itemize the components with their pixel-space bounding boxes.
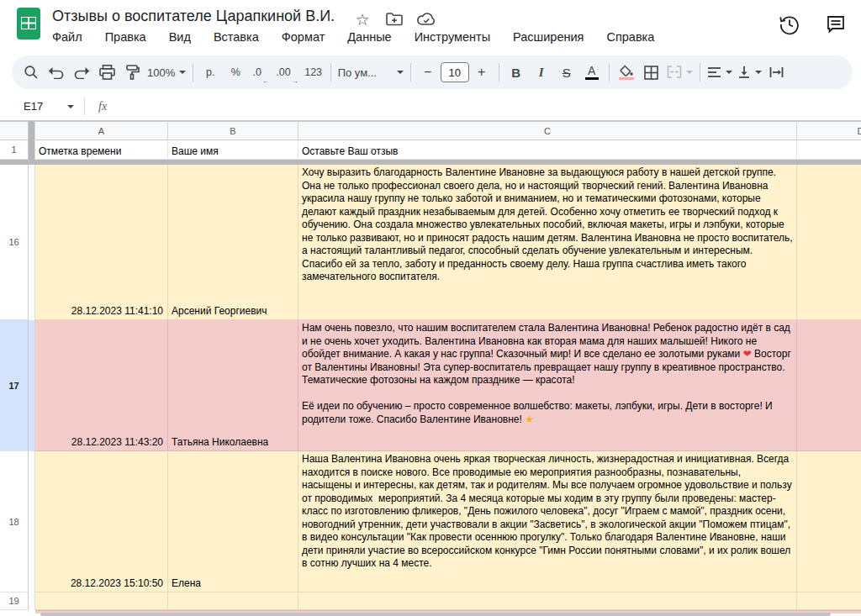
percent-format-button[interactable]: % (223, 60, 248, 85)
font-size-input[interactable] (441, 62, 469, 82)
row-header-17[interactable]: 17 (0, 320, 29, 451)
star-icon[interactable]: ☆ (353, 10, 372, 29)
column-header-a[interactable]: A (35, 121, 168, 140)
table-row: 17 28.12.2023 11:43:20 Татьяна Николаевн… (0, 320, 861, 451)
menu-help[interactable]: Справка (606, 30, 654, 44)
topbar: Отзывы о воспитателе Царапкиной В.И. ☆ Ф… (0, 0, 861, 50)
cell-a18[interactable]: 28.12.2023 15:10:50 (35, 451, 168, 592)
menu-extensions[interactable]: Расширения (513, 30, 584, 44)
column-header-b[interactable]: B (168, 121, 298, 140)
currency-format-button[interactable]: р. (198, 60, 223, 85)
column-header-row: A B C D (0, 121, 861, 140)
column-header-c[interactable]: C (298, 121, 797, 140)
paint-format-icon[interactable] (119, 60, 145, 85)
cell-c17[interactable]: Нам очень повезло, что нашим воспитателе… (298, 320, 797, 451)
table-row: 19 (0, 592, 861, 610)
decrease-font-size-button[interactable]: − (415, 60, 441, 85)
formula-bar: E17 fx (0, 92, 861, 121)
font-select[interactable]: По ум... (335, 60, 406, 85)
more-formats-button[interactable]: 123 (301, 60, 326, 85)
fill-color-button[interactable] (614, 60, 639, 85)
cell-d17[interactable] (797, 320, 861, 451)
increase-decimal-button[interactable]: .00→ (273, 60, 300, 85)
cell-b19[interactable] (168, 592, 298, 610)
zoom-select[interactable]: 100% (145, 60, 188, 85)
search-icon[interactable] (18, 60, 44, 85)
vertical-align-button[interactable] (735, 60, 764, 85)
version-history-icon[interactable] (779, 13, 800, 35)
borders-button[interactable] (639, 60, 664, 85)
row-header-19[interactable]: 19 (0, 592, 29, 610)
cloud-status-icon[interactable] (417, 10, 436, 29)
merge-cells-button (664, 60, 695, 85)
toolbar: 100% р. % .0← .00→ 123 По ум... − + B I … (12, 55, 853, 89)
column-header-d[interactable]: D (797, 121, 861, 140)
cell-d1[interactable] (797, 140, 861, 160)
menu-format[interactable]: Формат (282, 30, 325, 44)
frozen-pane-divider (29, 121, 35, 140)
comments-icon[interactable] (826, 14, 846, 34)
strikethrough-button[interactable]: S (554, 60, 579, 85)
name-box[interactable]: E17 (0, 100, 84, 113)
bold-button[interactable]: B (504, 60, 529, 85)
cell-d16[interactable] (797, 165, 861, 320)
text-wrap-button[interactable] (764, 60, 790, 85)
header-data-row: 1 Отметка времени Ваше имя Оставьте Ваш … (0, 140, 861, 160)
move-to-folder-icon[interactable] (385, 10, 404, 29)
menu-data[interactable]: Данные (347, 30, 391, 44)
cell-d19[interactable] (797, 592, 861, 610)
cell-c19[interactable] (298, 592, 797, 610)
cell-a19[interactable] (35, 592, 168, 610)
menu-bar: Файл Правка Вид Вставка Формат Данные Ин… (52, 30, 654, 44)
cell-b16[interactable]: Арсений Георгиевич (168, 165, 298, 320)
table-row: 18 28.12.2023 15:10:50 Елена Наша Валент… (0, 451, 861, 592)
cell-c1[interactable]: Оставьте Ваш отзыв (298, 140, 797, 160)
spreadsheet-app: Отзывы о воспитателе Царапкиной В.И. ☆ Ф… (0, 0, 861, 616)
cell-c16[interactable]: Хочу выразить благодарность Валентине Ив… (298, 165, 797, 320)
row-header-18[interactable]: 18 (0, 451, 29, 592)
undo-icon[interactable] (44, 60, 69, 85)
cell-a16[interactable]: 28.12.2023 11:41:10 (35, 165, 168, 320)
horizontal-scrollbar[interactable] (40, 613, 831, 616)
row-header-1[interactable]: 1 (0, 140, 29, 160)
table-row (0, 610, 861, 616)
redo-icon[interactable] (69, 60, 94, 85)
cell-b18[interactable]: Елена (168, 451, 298, 592)
sheets-logo-icon[interactable] (17, 8, 40, 39)
menu-insert[interactable]: Вставка (214, 30, 259, 44)
row-header-16[interactable]: 16 (0, 165, 29, 320)
document-title[interactable]: Отзывы о воспитателе Царапкиной В.И. (52, 8, 335, 25)
table-row: 16 28.12.2023 11:41:10 Арсений Георгиеви… (0, 165, 861, 320)
increase-font-size-button[interactable]: + (469, 60, 494, 85)
formula-input[interactable] (107, 92, 861, 120)
menu-file[interactable]: Файл (52, 30, 82, 44)
italic-button[interactable]: I (529, 60, 554, 85)
decrease-decimal-button[interactable]: .0← (248, 60, 273, 85)
sheet-grid: A B C D 1 Отметка времени Ваше имя Остав… (0, 121, 861, 616)
horizontal-align-button[interactable] (705, 60, 735, 85)
print-icon[interactable] (94, 60, 119, 85)
menu-tools[interactable]: Инструменты (415, 30, 490, 44)
text-color-button[interactable]: A (579, 60, 605, 85)
cell-a17[interactable]: 28.12.2023 11:43:20 (35, 320, 168, 451)
menu-view[interactable]: Вид (169, 30, 191, 44)
cell-b1[interactable]: Ваше имя (168, 140, 298, 160)
cell-a1[interactable]: Отметка времени (35, 140, 168, 160)
cell-d18[interactable] (797, 451, 861, 592)
cell-b17[interactable]: Татьяна Николаевна (168, 320, 298, 451)
cell-c18[interactable]: Наша Валентина Ивановна очень яркая твор… (298, 451, 797, 592)
select-all-corner[interactable] (0, 121, 29, 140)
menu-edit[interactable]: Правка (105, 30, 146, 44)
fx-icon: fx (98, 100, 107, 113)
